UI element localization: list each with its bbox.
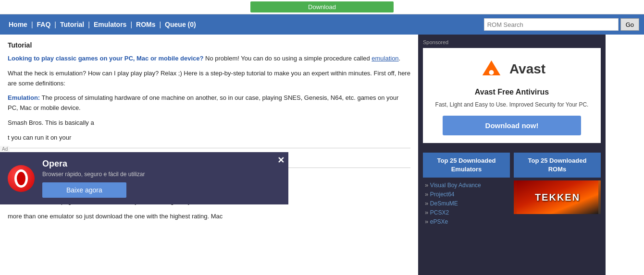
avast-logo-icon	[478, 56, 505, 82]
nav-queue[interactable]: Queue (0)	[161, 21, 200, 28]
step-1-more: more than one emulator so just download …	[8, 212, 410, 222]
list-item: PCSX2	[425, 208, 508, 217]
nav-search-area: Go	[484, 18, 639, 31]
opera-o-inner	[14, 169, 28, 188]
nav-roms[interactable]: ROMs	[132, 21, 159, 28]
paragraph-3b: t you can run it on your	[8, 133, 410, 143]
top-downloaded-section: Top 25 DownloadedEmulators Visual Boy Ad…	[418, 148, 606, 231]
emulation-link[interactable]: emulation	[372, 55, 398, 62]
definition-term: Emulation:	[8, 94, 40, 101]
emulator-link-vba[interactable]: Visual Boy Advance	[430, 182, 481, 189]
top-roms-col: Top 25 DownloadedROMs	[514, 153, 601, 226]
list-item: Visual Boy Advance	[425, 180, 508, 190]
top-roms-image: TEKKEN	[514, 180, 601, 214]
top-roms-header: Top 25 DownloadedROMs	[514, 153, 601, 178]
avast-logo-text: Avast	[509, 61, 545, 77]
intro-highlight: Looking to play classic games on your PC…	[8, 55, 203, 62]
avast-title: Avast Free Antivirus	[431, 88, 593, 96]
page-title: Tutorial	[8, 41, 410, 49]
top-emulators-header: Top 25 DownloadedEmulators	[423, 153, 510, 178]
opera-icon	[8, 165, 35, 192]
content-area: Tutorial Looking to play classic games o…	[0, 35, 418, 275]
svg-text:TEKKEN: TEKKEN	[534, 192, 580, 203]
emulator-link-pcsx2[interactable]: PCSX2	[430, 209, 449, 216]
navbar: Home | FAQ | Tutorial | Emulators | ROMs…	[0, 14, 644, 35]
top-banner: Download	[0, 0, 644, 14]
sponsored-box: Sponsored Avast Avast Free Antivirus Fas…	[418, 35, 606, 148]
avast-download-button[interactable]: Download now!	[443, 116, 581, 135]
sidebar: Sponsored Avast Avast Free Antivirus Fas…	[418, 35, 606, 275]
ad-app-name: Opera	[42, 159, 145, 169]
intro-paragraph: Looking to play classic games on your PC…	[8, 54, 410, 64]
nav-links: Home | FAQ | Tutorial | Emulators | ROMs…	[5, 21, 200, 28]
emulator-link-epsxe[interactable]: ePSXe	[430, 218, 448, 225]
list-item: ePSXe	[425, 217, 508, 226]
list-item: DeSmuME	[425, 199, 508, 208]
intro-rest: No problem! You can do so using a simple…	[203, 55, 372, 62]
main-container: Tutorial Looking to play classic games o…	[0, 35, 644, 275]
ad-close-button[interactable]: ✕	[277, 156, 285, 165]
top-emulators-list: Visual Boy Advance Project64 DeSmuME PCS…	[423, 180, 510, 226]
ad-content: Opera Browser rápido, seguro e fácil de …	[42, 159, 145, 198]
paragraph-3a: Smash Bros. This is basically a	[8, 118, 410, 128]
emulator-link-p64[interactable]: Project64	[430, 191, 455, 198]
nav-home[interactable]: Home	[5, 21, 31, 28]
ad-cta-button[interactable]: Baixe agora	[42, 182, 126, 198]
nav-emulators[interactable]: Emulators	[90, 21, 130, 28]
search-button[interactable]: Go	[620, 18, 639, 31]
emulator-link-desmume[interactable]: DeSmuME	[430, 200, 458, 207]
avast-desc: Fast, Light and Easy to Use. Improved Se…	[431, 100, 593, 109]
definition-text: The process of simulating hardware of on…	[8, 94, 398, 111]
ad-overlay: Ad ✕ Opera Browser rápido, seguro e fáci…	[0, 145, 288, 204]
top-emulators-col: Top 25 DownloadedEmulators Visual Boy Ad…	[423, 153, 510, 226]
definition-paragraph: Emulation: The process of simulating har…	[8, 93, 410, 113]
svg-point-2	[489, 70, 494, 75]
avast-logo-area: Avast	[431, 56, 593, 82]
nav-faq[interactable]: FAQ	[33, 21, 55, 28]
ad-box: ✕ Opera Browser rápido, seguro e fácil d…	[0, 152, 288, 204]
search-input[interactable]	[484, 18, 619, 31]
paragraph-2: What the heck is emulation? How can I pl…	[8, 69, 410, 89]
ad-app-desc: Browser rápido, seguro e fácil de utiliz…	[42, 171, 145, 178]
nav-tutorial[interactable]: Tutorial	[56, 21, 88, 28]
avast-card: Avast Avast Free Antivirus Fast, Light a…	[423, 48, 601, 143]
list-item: Project64	[425, 190, 508, 199]
sponsored-label: Sponsored	[423, 39, 601, 45]
ad-label: Ad	[0, 146, 10, 152]
top-banner-button[interactable]: Download	[250, 1, 394, 12]
